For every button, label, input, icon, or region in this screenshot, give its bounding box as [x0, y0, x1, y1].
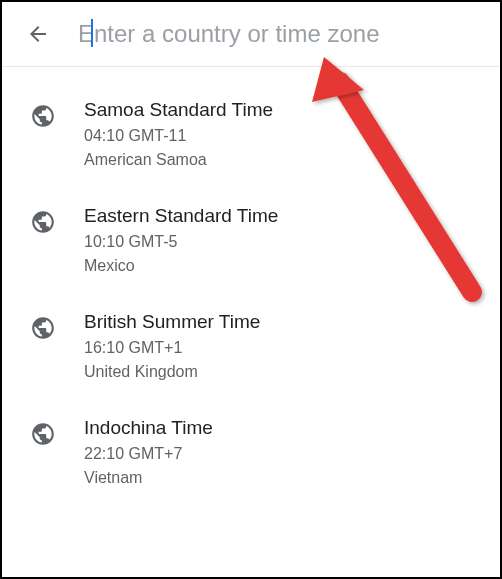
- list-item[interactable]: Indochina Time 22:10 GMT+7 Vietnam: [2, 399, 500, 505]
- timezone-time: 22:10 GMT+7: [84, 445, 213, 463]
- globe-icon: [30, 315, 56, 345]
- globe-icon: [30, 421, 56, 451]
- globe-icon: [30, 209, 56, 239]
- list-item[interactable]: Eastern Standard Time 10:10 GMT-5 Mexico: [2, 187, 500, 293]
- timezone-country: Vietnam: [84, 469, 213, 487]
- search-input[interactable]: [78, 20, 480, 48]
- timezone-name: Eastern Standard Time: [84, 205, 278, 227]
- timezone-time: 16:10 GMT+1: [84, 339, 260, 357]
- timezone-country: American Samoa: [84, 151, 273, 169]
- back-button[interactable]: [26, 22, 50, 46]
- timezone-content: Indochina Time 22:10 GMT+7 Vietnam: [84, 417, 213, 487]
- list-item[interactable]: British Summer Time 16:10 GMT+1 United K…: [2, 293, 500, 399]
- timezone-content: Eastern Standard Time 10:10 GMT-5 Mexico: [84, 205, 278, 275]
- timezone-name: Indochina Time: [84, 417, 213, 439]
- search-header: [2, 2, 500, 67]
- timezone-time: 10:10 GMT-5: [84, 233, 278, 251]
- timezone-time: 04:10 GMT-11: [84, 127, 273, 145]
- timezone-name: British Summer Time: [84, 311, 260, 333]
- timezone-content: Samoa Standard Time 04:10 GMT-11 America…: [84, 99, 273, 169]
- timezone-country: Mexico: [84, 257, 278, 275]
- back-arrow-icon: [26, 22, 50, 46]
- list-item[interactable]: Samoa Standard Time 04:10 GMT-11 America…: [2, 81, 500, 187]
- timezone-content: British Summer Time 16:10 GMT+1 United K…: [84, 311, 260, 381]
- timezone-country: United Kingdom: [84, 363, 260, 381]
- timezone-list: Samoa Standard Time 04:10 GMT-11 America…: [2, 67, 500, 505]
- text-cursor: [91, 19, 93, 47]
- timezone-name: Samoa Standard Time: [84, 99, 273, 121]
- globe-icon: [30, 103, 56, 133]
